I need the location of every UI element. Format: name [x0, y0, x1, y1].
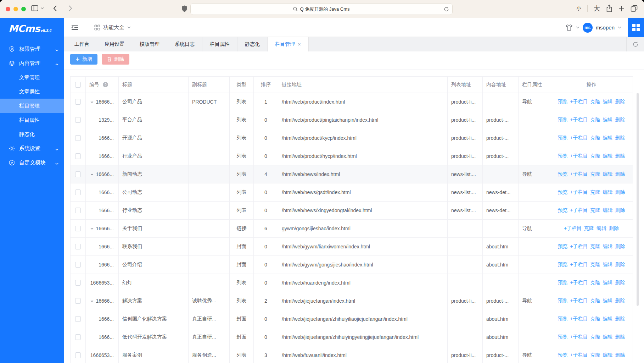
- action-delete[interactable]: 删除: [615, 262, 625, 268]
- sidebar-item-article-management[interactable]: 文章管理: [0, 70, 64, 84]
- back-icon[interactable]: [53, 5, 57, 12]
- row-checkbox[interactable]: [75, 135, 81, 141]
- action-delete[interactable]: 删除: [615, 153, 625, 159]
- action-preview[interactable]: 预览: [558, 117, 567, 123]
- action-add-subcolumn[interactable]: +子栏目: [570, 262, 588, 268]
- action-delete[interactable]: 删除: [615, 316, 625, 322]
- action-delete[interactable]: 删除: [615, 99, 625, 105]
- sidebar-item-article-attributes[interactable]: 文章属性: [0, 84, 64, 99]
- action-add-subcolumn[interactable]: +子栏目: [570, 207, 588, 214]
- action-clone[interactable]: 克隆: [590, 352, 600, 358]
- row-checkbox[interactable]: [75, 153, 81, 159]
- action-preview[interactable]: 预览: [558, 171, 567, 177]
- table-scrollbar[interactable]: [637, 93, 639, 306]
- action-edit[interactable]: 编辑: [603, 153, 613, 159]
- action-clone[interactable]: 克隆: [590, 243, 600, 250]
- action-delete[interactable]: 删除: [615, 171, 625, 177]
- expand-chevron-icon[interactable]: [90, 100, 94, 104]
- tab-refresh-button[interactable]: [626, 37, 644, 51]
- chevron-down-icon[interactable]: [576, 26, 579, 29]
- tab-static-generation[interactable]: 静态化: [237, 37, 268, 51]
- text-smaller-button[interactable]: 小: [576, 5, 581, 12]
- sidebar-toggle-icon[interactable]: [31, 5, 38, 11]
- action-edit[interactable]: 编辑: [603, 117, 613, 123]
- action-edit[interactable]: 编辑: [603, 316, 613, 322]
- row-checkbox[interactable]: [75, 244, 81, 249]
- action-edit[interactable]: 编辑: [603, 280, 613, 286]
- action-edit[interactable]: 编辑: [603, 334, 613, 340]
- action-clone[interactable]: 克隆: [590, 207, 600, 214]
- action-add-subcolumn[interactable]: +子栏目: [570, 189, 588, 196]
- action-preview[interactable]: 预览: [558, 189, 567, 196]
- tab-workbench[interactable]: 工作台: [67, 37, 97, 51]
- apps-grid-button[interactable]: [628, 18, 644, 37]
- action-add-subcolumn[interactable]: +子栏目: [570, 298, 588, 304]
- tab-template-management[interactable]: 模版管理: [132, 37, 167, 51]
- action-add-subcolumn[interactable]: +子栏目: [570, 135, 588, 141]
- row-checkbox[interactable]: [75, 226, 81, 231]
- action-edit[interactable]: 编辑: [603, 189, 613, 196]
- action-preview[interactable]: 预览: [558, 298, 567, 304]
- add-button[interactable]: 新增: [70, 54, 97, 65]
- action-delete[interactable]: 删除: [615, 298, 625, 304]
- action-add-subcolumn[interactable]: +子栏目: [570, 316, 588, 322]
- share-icon[interactable]: [606, 5, 612, 12]
- action-preview[interactable]: 预览: [558, 99, 567, 105]
- action-add-subcolumn[interactable]: +子栏目: [570, 117, 588, 123]
- minimize-window-button[interactable]: [13, 7, 18, 11]
- expand-chevron-icon[interactable]: [90, 299, 94, 303]
- close-icon[interactable]: ×: [298, 42, 301, 47]
- action-clone[interactable]: 克隆: [590, 171, 600, 177]
- row-checkbox[interactable]: [75, 352, 81, 358]
- row-checkbox[interactable]: [75, 189, 81, 195]
- action-add-subcolumn[interactable]: +子栏目: [570, 99, 588, 105]
- action-clone[interactable]: 克隆: [590, 99, 600, 105]
- action-edit[interactable]: 编辑: [603, 135, 613, 141]
- action-edit[interactable]: 编辑: [603, 352, 613, 358]
- action-delete[interactable]: 删除: [615, 189, 625, 196]
- tab-app-settings[interactable]: 应用设置: [97, 37, 132, 51]
- row-checkbox[interactable]: [75, 117, 81, 123]
- row-checkbox[interactable]: [75, 99, 81, 105]
- action-preview[interactable]: 预览: [558, 262, 567, 268]
- action-delete[interactable]: 删除: [615, 207, 625, 214]
- action-preview[interactable]: 预览: [558, 334, 567, 340]
- action-clone[interactable]: 克隆: [590, 117, 600, 123]
- action-add-subcolumn[interactable]: +子栏目: [570, 243, 588, 250]
- theme-shirt-icon[interactable]: [565, 24, 573, 31]
- forward-icon[interactable]: [68, 5, 72, 12]
- action-edit[interactable]: 编辑: [603, 99, 613, 105]
- sidebar-item-permission-management[interactable]: 权限管理: [0, 42, 64, 56]
- select-all-checkbox[interactable]: [75, 82, 81, 88]
- action-add-subcolumn[interactable]: +子栏目: [570, 352, 588, 358]
- action-edit[interactable]: 编辑: [603, 298, 613, 304]
- row-checkbox[interactable]: [75, 316, 81, 322]
- privacy-shield-icon[interactable]: [182, 5, 187, 12]
- close-window-button[interactable]: [6, 7, 10, 11]
- action-add-subcolumn[interactable]: +子栏目: [570, 334, 588, 340]
- sidebar-item-column-management[interactable]: 栏目管理: [0, 99, 64, 113]
- action-delete[interactable]: 删除: [615, 352, 625, 358]
- action-clone[interactable]: 克隆: [590, 334, 600, 340]
- action-clone[interactable]: 克隆: [590, 135, 600, 141]
- row-checkbox[interactable]: [75, 171, 81, 177]
- row-checkbox[interactable]: [75, 298, 81, 304]
- url-bar[interactable]: Q 免疫开源的 Java Cms: [190, 3, 453, 15]
- action-edit[interactable]: 编辑: [603, 207, 613, 214]
- action-clone[interactable]: 克隆: [590, 298, 600, 304]
- action-preview[interactable]: 预览: [558, 207, 567, 214]
- action-preview[interactable]: 预览: [558, 135, 567, 141]
- expand-chevron-icon[interactable]: [90, 172, 94, 176]
- zoom-window-button[interactable]: [21, 7, 26, 11]
- sidebar-item-content-management[interactable]: 内容管理: [0, 56, 64, 70]
- tab-column-attributes[interactable]: 栏目属性: [202, 37, 237, 51]
- action-add-subcolumn[interactable]: +子栏目: [570, 153, 588, 159]
- app-logo[interactable]: MCms v5.3.4: [0, 18, 64, 37]
- delete-button[interactable]: 删除: [102, 54, 129, 65]
- sidebar-item-static-generation[interactable]: 静态化: [0, 127, 64, 141]
- action-add-subcolumn[interactable]: +子栏目: [570, 171, 588, 177]
- action-clone[interactable]: 克隆: [590, 262, 600, 268]
- tab-column-management[interactable]: 栏目管理×: [268, 37, 309, 51]
- action-add-subcolumn[interactable]: +子栏目: [564, 225, 582, 232]
- new-tab-icon[interactable]: [618, 6, 625, 12]
